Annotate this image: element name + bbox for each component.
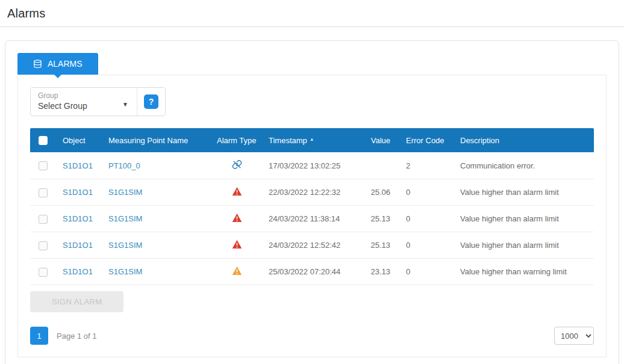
description-cell: Communication error. [454,152,594,179]
object-cell: S1D1O1 [57,232,102,259]
column-header-object[interactable]: Object [57,128,102,152]
row-checkbox[interactable] [39,215,48,224]
timestamp-cell: 22/03/2022 12:22:32 [263,179,360,206]
select-all-cell [30,128,57,152]
column-header-alarm-type[interactable]: Alarm Type [211,128,263,152]
description-cell: Value higher than alarm limit [454,232,594,259]
object-link[interactable]: S1D1O1 [63,241,93,250]
group-label: Group [38,91,87,100]
error-code-cell: 0 [396,259,454,285]
tab-row: ALARMS [17,53,607,75]
measuring-point-cell: S1G1SIM [102,206,211,232]
table-row: S1D1O1S1G1SIM24/03/2022 12:52:4225.130Va… [30,232,594,259]
error-code-cell: 0 [396,232,454,259]
column-header-measuring-point[interactable]: Measuring Point Name [102,128,211,152]
column-header-value[interactable]: Value [360,128,396,152]
description-cell: Value higher than alarm limit [454,179,594,206]
group-select-texts: Group Select Group [38,91,87,112]
object-cell: S1D1O1 [57,152,102,179]
sort-asc-icon: ▲ [310,137,314,142]
description-cell: Value higher than warning limit [454,259,594,285]
table-row: S1D1O1PT100_017/03/2022 13:02:252Communi… [30,152,594,179]
alarms-card: ALARMS Group Select Group ▼ ? [5,40,619,364]
table-row: S1D1O1S1G1SIM24/03/2022 11:38:1425.130Va… [30,206,594,232]
row-checkbox[interactable] [39,268,48,277]
row-checkbox[interactable] [39,161,48,170]
select-all-checkbox[interactable] [39,136,48,145]
column-header-description[interactable]: Description [454,128,594,152]
measuring-point-cell: S1G1SIM [102,259,211,285]
alarm-triangle-icon [232,239,242,249]
measuring-point-link[interactable]: S1G1SIM [108,241,142,250]
error-code-cell: 0 [396,206,454,232]
page-size-select[interactable]: 1000 [554,327,594,345]
error-code-cell: 2 [396,152,454,179]
alarm-triangle-icon [232,213,242,223]
error-code-cell: 0 [396,179,454,206]
alarms-table: Object Measuring Point Name Alarm Type T… [30,128,594,285]
alarm-triangle-icon [232,187,242,196]
alarms-panel: Group Select Group ▼ ? Object Measuring … [17,75,607,357]
pagination-pages: 1 Page 1 of 1 [30,327,97,345]
column-header-timestamp[interactable]: Timestamp▲ [263,128,360,152]
group-filter-box: Group Select Group ▼ ? [30,87,166,116]
object-link[interactable]: S1D1O1 [63,188,93,197]
help-button[interactable]: ? [137,88,165,116]
measuring-point-link[interactable]: S1G1SIM [108,214,142,223]
alarm-type-cell [211,232,263,259]
value-cell [360,152,396,179]
pagination: 1 Page 1 of 1 1000 [30,312,594,345]
timestamp-cell: 17/03/2022 13:02:25 [263,152,360,179]
row-checkbox-cell [30,179,57,206]
measuring-point-link[interactable]: S1G1SIM [108,188,142,197]
page-header: Alarms [0,0,624,27]
measuring-point-cell: S1G1SIM [102,179,211,206]
alarm-type-cell [211,206,263,232]
group-select-dropdown[interactable]: Group Select Group ▼ [31,88,137,116]
row-checkbox-cell [30,232,57,259]
value-cell: 23.13 [360,259,396,285]
timestamp-cell: 24/03/2022 11:38:14 [263,206,360,232]
column-header-error-code[interactable]: Error Code [396,128,454,152]
group-selected-value: Select Group [38,100,87,112]
question-mark-icon: ? [144,94,158,109]
row-checkbox[interactable] [39,241,48,250]
object-cell: S1D1O1 [57,259,102,285]
value-cell: 25.13 [360,232,396,259]
object-cell: S1D1O1 [57,179,102,206]
table-row: S1D1O1S1G1SIM25/03/2022 07:20:4423.130Va… [30,259,594,285]
object-link[interactable]: S1D1O1 [63,267,93,276]
measuring-point-link[interactable]: PT100_0 [108,161,140,170]
timestamp-cell: 25/03/2022 07:20:44 [263,259,360,285]
measuring-point-link[interactable]: S1G1SIM [108,267,142,276]
alarm-type-cell [211,152,263,179]
page-title: Alarms [7,7,45,20]
row-checkbox-cell [30,152,57,179]
value-cell: 25.06 [360,179,396,206]
object-link[interactable]: S1D1O1 [63,214,93,223]
tab-alarms-label: ALARMS [48,59,83,69]
alarm-type-cell [211,179,263,206]
chevron-down-icon: ▼ [122,101,128,108]
page-1-button[interactable]: 1 [30,327,48,345]
table-row: S1D1O1S1G1SIM22/03/2022 12:22:3225.060Va… [30,179,594,206]
warning-triangle-icon [232,266,242,276]
alarm-type-cell [211,259,263,285]
timestamp-cell: 24/03/2022 12:52:42 [263,232,360,259]
row-checkbox-cell [30,259,57,285]
timestamp-header-label: Timestamp [269,136,307,145]
measuring-point-cell: PT100_0 [102,152,211,179]
database-icon [33,59,42,69]
object-link[interactable]: S1D1O1 [63,161,93,170]
sign-alarm-button[interactable]: SIGN ALARM [30,291,123,312]
value-cell: 25.13 [360,206,396,232]
description-cell: Value higher than alarm limit [454,206,594,232]
broken-link-icon [232,159,242,170]
table-header-row: Object Measuring Point Name Alarm Type T… [30,128,594,152]
tab-alarms[interactable]: ALARMS [17,53,98,75]
row-checkbox[interactable] [39,188,48,197]
row-checkbox-cell [30,206,57,232]
page-info-label: Page 1 of 1 [57,332,97,341]
measuring-point-cell: S1G1SIM [102,232,211,259]
object-cell: S1D1O1 [57,206,102,232]
